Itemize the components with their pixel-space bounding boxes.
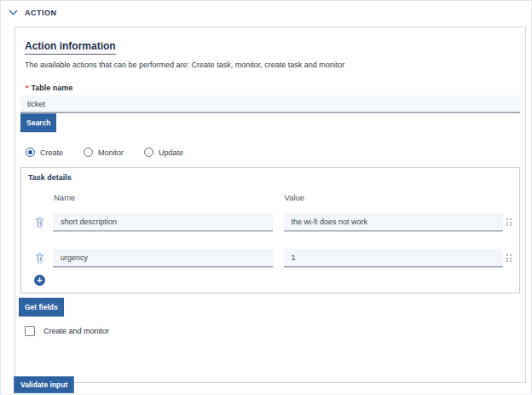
drag-handle[interactable] [503, 218, 515, 226]
table-row [26, 249, 515, 267]
drag-handle[interactable] [503, 254, 515, 262]
search-button[interactable]: Search [20, 113, 56, 132]
create-and-monitor-checkbox[interactable] [25, 326, 35, 336]
create-and-monitor-row: Create and monitor [25, 326, 520, 336]
radio-button-icon [84, 148, 93, 157]
radio-monitor[interactable]: Monitor [84, 148, 124, 157]
task-value-input[interactable] [284, 213, 504, 231]
radio-button-icon [26, 148, 35, 157]
action-type-radio-group: Create Monitor Update [26, 148, 520, 157]
accordion-header[interactable]: ACTION [1, 1, 531, 18]
chevron-down-icon[interactable] [9, 9, 18, 16]
trash-icon [35, 253, 44, 264]
section-title: Action information [25, 40, 116, 55]
drag-handle-icon [506, 254, 512, 262]
task-details-title: Task details [28, 173, 515, 182]
radio-update[interactable]: Update [144, 148, 183, 157]
create-and-monitor-label: Create and monitor [43, 327, 109, 335]
radio-button-icon [144, 148, 153, 157]
validate-input-button[interactable]: Validate input [14, 376, 74, 393]
task-name-input[interactable] [53, 213, 273, 231]
table-row [26, 213, 515, 231]
task-value-input[interactable] [284, 249, 504, 267]
get-fields-button[interactable]: Get fields [19, 298, 64, 317]
value-column-header: Value [284, 193, 504, 202]
drag-handle-icon [506, 218, 512, 226]
action-section: ACTION Action information The available … [0, 0, 532, 395]
section-description: The available actions that can be perfor… [25, 61, 520, 69]
add-row-button[interactable]: + [34, 275, 45, 286]
name-column-header: Name [53, 193, 273, 202]
action-panel: Action information The available actions… [14, 26, 526, 383]
add-icon: + [37, 276, 42, 285]
delete-row-button[interactable] [26, 253, 53, 264]
table-name-label: *Table name [26, 84, 520, 92]
radio-create[interactable]: Create [26, 148, 63, 157]
trash-icon [35, 217, 44, 228]
accordion-title: ACTION [25, 9, 57, 17]
task-name-input[interactable] [53, 249, 273, 267]
task-columns-header: Name Value [26, 193, 515, 202]
task-details-box: Task details Name Value [20, 167, 520, 293]
table-name-input[interactable] [20, 96, 520, 113]
required-asterisk: * [26, 84, 29, 92]
delete-row-button[interactable] [26, 217, 53, 228]
